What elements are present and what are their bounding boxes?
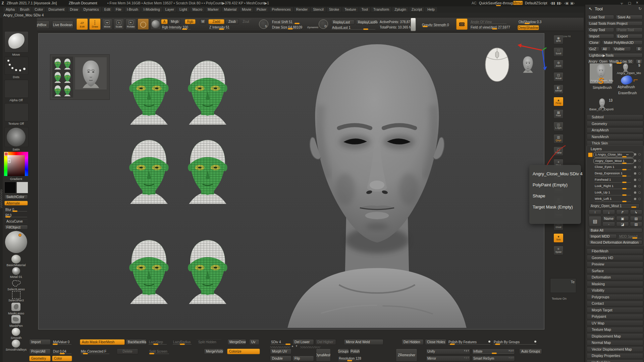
tool-r-button[interactable]: R <box>636 59 643 64</box>
dist-slider[interactable]: Dist 0.04 <box>52 349 72 354</box>
layer-delete-icon[interactable]: ▨ <box>630 216 642 221</box>
menu-item[interactable]: Marker <box>205 7 221 12</box>
layer-row[interactable]: Close_Eyes 1 <box>593 165 642 170</box>
backface-mask-button[interactable]: BackfaceMask <box>126 339 147 345</box>
layer-row[interactable]: Look_Right 1 <box>593 184 642 189</box>
menu-item[interactable]: Zscript <box>409 7 425 12</box>
goz-r-button[interactable]: R <box>636 47 643 51</box>
polish-by-features-slider[interactable]: Polish By Features <box>447 339 491 345</box>
replay-last-rel-button[interactable]: ReplayLastRel <box>356 19 378 25</box>
layer-merge-icon[interactable]: ◪ <box>616 222 629 227</box>
shelf-button[interactable]: ◫ L.Sym <box>553 122 564 131</box>
layers-header[interactable]: Layers <box>591 147 602 151</box>
m-toggle[interactable]: M <box>200 19 206 24</box>
tool-section[interactable]: ArrayMesh <box>587 127 643 133</box>
unify-button[interactable]: Unifyx y z <box>426 349 470 354</box>
mrgb-toggle[interactable]: Mrgb <box>169 19 181 24</box>
tool-section[interactable]: Deformation <box>587 275 643 280</box>
tool-section[interactable]: UV Map <box>587 320 643 326</box>
zadd-toggle[interactable]: Zadd <box>208 19 224 24</box>
del-lower-button[interactable]: Del Lower <box>292 339 314 345</box>
accucurve-button[interactable]: AccuCurve <box>4 219 28 224</box>
live-boolean-button[interactable]: Live Boolean <box>52 21 73 29</box>
menu-item[interactable]: Brush <box>18 7 32 12</box>
tool-section[interactable]: Visibility <box>587 288 643 293</box>
shelf-button[interactable]: ≡ Xpose <box>553 246 564 255</box>
colorize-button[interactable]: Colorize <box>227 349 260 354</box>
mirror-button[interactable]: Mirrorx y z <box>426 356 470 361</box>
palette-refresh-icon[interactable]: ↻ <box>638 6 642 11</box>
close-holes-button[interactable]: Close Holes <box>425 339 446 345</box>
slider-handle[interactable] <box>182 28 187 30</box>
record-deformation-button[interactable]: Record Deformation Animation <box>589 240 642 245</box>
layer-intensity-handle[interactable] <box>622 201 627 202</box>
layer-eye-icon[interactable] <box>638 172 641 175</box>
layer-merge-down-icon[interactable]: ↳ <box>630 209 642 215</box>
current-material-sphere[interactable] <box>5 231 27 253</box>
layer-eye-icon[interactable] <box>638 153 641 156</box>
slider-handle[interactable] <box>83 353 88 354</box>
tool-section[interactable]: Displacement Map <box>587 333 643 339</box>
menu-item[interactable]: File <box>113 7 124 12</box>
resolution-slider[interactable]: Resolution 128 <box>338 356 360 361</box>
menu-item[interactable]: Render <box>294 7 310 12</box>
layer-row[interactable]: Wink_Left 1 <box>593 196 642 202</box>
gravity-direction-widget[interactable] <box>411 18 416 31</box>
left-divider[interactable] <box>0 18 3 362</box>
layer-eye-icon[interactable] <box>638 179 641 181</box>
mdd-speed-slider[interactable]: MDD Speed <box>618 234 642 239</box>
flip-button[interactable]: Flip <box>292 356 314 361</box>
stroke-dial-icon[interactable]: S <box>259 19 268 29</box>
slider-handle[interactable] <box>495 344 500 345</box>
tool-section[interactable]: Texture Map <box>587 327 643 333</box>
zsub-toggle[interactable]: Zsub <box>225 19 239 24</box>
layer-dot-icon[interactable] <box>634 153 636 156</box>
layer-row[interactable]: Forehead 1 <box>593 177 642 183</box>
tool-section[interactable]: FiberMesh <box>587 248 643 254</box>
blur-slider[interactable]: Blur 0 <box>4 207 28 212</box>
scale-button[interactable]: SScale <box>114 18 124 30</box>
rf-slider[interactable]: Rf 0 <box>4 213 28 218</box>
color-tab-button[interactable]: Color <box>52 356 72 361</box>
switch-color-button[interactable]: SwitchColor <box>4 195 28 199</box>
camera-button[interactable] <box>456 18 468 30</box>
tray-divider[interactable] <box>270 346 290 348</box>
texture-tray-flyout[interactable]: Te <box>550 278 576 293</box>
menu-item[interactable]: Dynamics <box>81 7 101 12</box>
polish-mode-dot[interactable] <box>488 341 490 343</box>
slider-handle[interactable] <box>525 23 530 24</box>
adjust-last-slider[interactable]: AdjustLast 1 <box>331 25 376 30</box>
layer-merge-up-icon[interactable]: ↱ <box>616 209 629 215</box>
lazy-radius-slider[interactable]: LazyRadius <box>172 339 192 345</box>
del-hidden-button[interactable]: Del Hidden <box>401 339 424 345</box>
make-polymesh3d-button[interactable]: Make PolyMesh3D <box>602 40 643 45</box>
layer-dot-icon[interactable] <box>634 185 636 187</box>
polish-button[interactable]: Polish <box>350 349 360 354</box>
material-hotspot[interactable] <box>18 234 21 237</box>
alpha-brush-blob[interactable] <box>620 74 633 86</box>
obj-shadow-slider[interactable]: ObjShadow 0.3 <box>518 19 540 24</box>
menu-item[interactable]: Stroke <box>327 7 341 12</box>
shelf-button[interactable]: ● Solo <box>553 233 564 243</box>
color-picker-sv[interactable] <box>7 155 25 176</box>
layer-intensity-handle[interactable] <box>622 182 627 183</box>
slider-handle[interactable] <box>294 23 300 24</box>
layer-dot-icon[interactable] <box>634 172 636 175</box>
menu-item[interactable]: Edit <box>102 7 113 12</box>
split-screen-slider[interactable]: Split Screen <box>148 349 170 354</box>
zremesher-button[interactable]: ZRemesher <box>396 349 417 362</box>
layer-split-icon[interactable]: ▪ <box>602 222 615 227</box>
tool-section[interactable]: Surface <box>587 268 643 274</box>
slider-handle[interactable] <box>5 216 10 218</box>
slider-handle[interactable] <box>153 344 158 345</box>
menu-item[interactable]: Color <box>32 7 45 12</box>
focal-shift-slider[interactable]: Focal Shift 51 <box>271 19 301 24</box>
uv-button[interactable]: Uv <box>249 339 259 345</box>
slider-handle[interactable] <box>423 26 428 27</box>
menu-item[interactable]: Preferences <box>269 7 293 12</box>
layer-intensity-handle[interactable] <box>622 175 627 177</box>
gravity-strength-slider[interactable]: Gravity Strength 0 <box>421 22 448 27</box>
tool-section[interactable]: Geometry <box>587 121 643 126</box>
menu-item[interactable]: Transform <box>371 7 391 12</box>
slider-handle[interactable] <box>631 206 636 208</box>
